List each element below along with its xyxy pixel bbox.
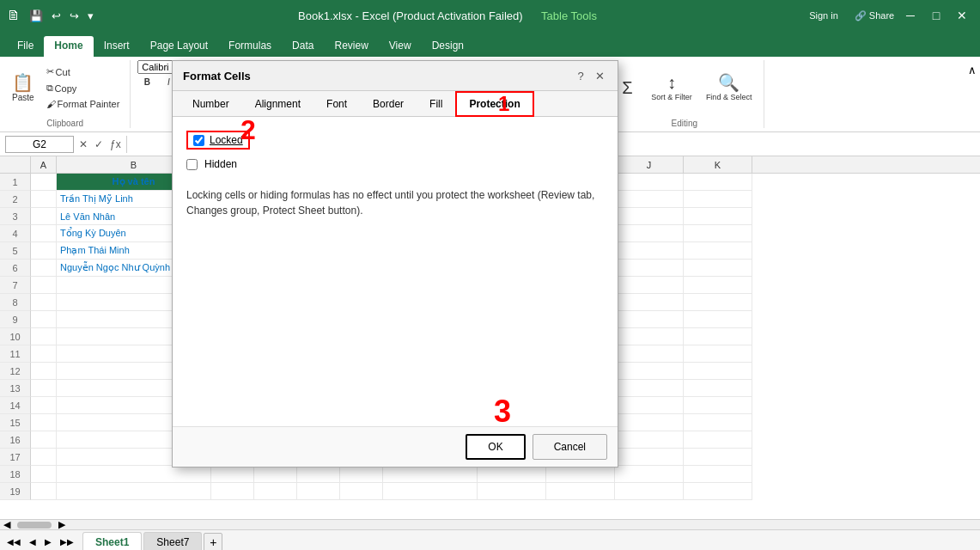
tab-home[interactable]: Home (44, 36, 93, 57)
format-painter-btn[interactable]: 🖌 Format Painter (43, 97, 124, 111)
hidden-label[interactable]: Hidden (204, 158, 237, 170)
locked-label[interactable]: Locked (210, 134, 243, 146)
save-quick-btn[interactable]: 💾 (26, 8, 46, 24)
dialog-tab-number[interactable]: Number (180, 91, 242, 117)
tab-nav-last[interactable]: ▶▶ (57, 535, 77, 548)
tab-nav-first[interactable]: ◀◀ (3, 535, 24, 548)
share-btn[interactable]: 🔗 Share (853, 4, 896, 27)
redo-btn[interactable]: ↪ (66, 8, 82, 24)
dialog-tabs: Number Alignment Font Border Fill Protec… (173, 91, 618, 117)
scroll-right-btn[interactable]: ▶ (55, 519, 69, 530)
row-num-9: 9 (0, 311, 31, 328)
dialog-help-btn[interactable]: ? (573, 68, 588, 83)
sort-filter-btn[interactable]: ↕ Sort & Filter (646, 70, 697, 105)
row-num-15: 15 (0, 414, 31, 431)
tab-view[interactable]: View (379, 36, 422, 57)
collapse-ribbon-btn[interactable]: ∧ (965, 60, 980, 80)
sheet-tab-sheet7[interactable]: Sheet7 (143, 532, 202, 550)
cell-j4[interactable] (615, 225, 684, 242)
copy-btn[interactable]: ⧉ Copy (43, 81, 124, 95)
locked-checkbox[interactable] (193, 135, 204, 146)
row-num-2: 2 (0, 191, 31, 208)
formula-divider (126, 136, 127, 153)
clipboard-label: Clipboard (46, 115, 83, 128)
scroll-left-btn[interactable]: ◀ (0, 519, 14, 530)
col-header-k[interactable]: K (684, 156, 752, 173)
formula-icons: ✕ ✓ ƒx (79, 138, 121, 150)
cancel-button[interactable]: Cancel (533, 434, 607, 460)
dialog-tab-alignment[interactable]: Alignment (242, 91, 313, 117)
cell-k7[interactable] (684, 277, 752, 294)
table-row: 19 (0, 483, 980, 500)
dialog-tab-font[interactable]: Font (313, 91, 360, 117)
cell-j5[interactable] (615, 242, 684, 260)
tab-formulas[interactable]: Formulas (218, 36, 282, 57)
close-btn[interactable]: ✕ (951, 4, 973, 27)
paste-btn[interactable]: 📋 Paste (7, 70, 40, 106)
clipboard-group-content: 📋 Paste ✂ Cut ⧉ Copy 🖌 Format Painter (7, 60, 123, 115)
cell-k4[interactable] (684, 225, 752, 242)
tab-review[interactable]: Review (324, 36, 378, 57)
tab-nav-arrows: ◀◀ ◀ ▶ ▶▶ (3, 535, 77, 548)
ok-button[interactable]: OK (466, 434, 525, 460)
format-painter-icon: 🖌 (46, 99, 56, 109)
paste-label: Paste (12, 93, 34, 102)
find-select-icon: 🔍 (718, 74, 740, 91)
dialog-footer: OK Cancel (173, 426, 618, 467)
cut-btn[interactable]: ✂ Cut (43, 64, 124, 79)
cell-a4[interactable] (31, 225, 57, 242)
col-header-j[interactable]: J (615, 156, 684, 173)
cell-k5[interactable] (684, 242, 752, 260)
dialog-close-btn[interactable]: ✕ (592, 68, 607, 83)
tab-insert[interactable]: Insert (94, 36, 140, 57)
tab-design[interactable]: Design (422, 36, 474, 57)
cell-a3[interactable] (31, 208, 57, 225)
dialog-tab-fill[interactable]: Fill (417, 91, 455, 117)
scroll-thumb[interactable] (17, 522, 52, 529)
tab-nav-next[interactable]: ▶ (41, 535, 55, 548)
cell-a2[interactable] (31, 191, 57, 208)
cell-k3[interactable] (684, 208, 752, 225)
title-bar-center: Book1.xlsx - Excel (Product Activation F… (97, 9, 798, 22)
name-box[interactable] (5, 136, 74, 153)
format-cells-dialog[interactable]: Format Cells ? ✕ Number Alignment Font B… (172, 60, 618, 468)
row-num-14: 14 (0, 397, 31, 414)
insert-function-icon: ƒx (110, 138, 121, 150)
cell-j6[interactable] (615, 260, 684, 277)
tab-data[interactable]: Data (282, 36, 324, 57)
maximize-btn[interactable]: □ (925, 4, 947, 27)
cell-k2[interactable] (684, 191, 752, 208)
customize-qa-btn[interactable]: ▾ (84, 8, 97, 24)
tab-file[interactable]: File (7, 36, 44, 57)
horizontal-scrollbar[interactable]: ◀ ▶ (0, 519, 980, 529)
row-num-18: 18 (0, 466, 31, 483)
find-select-btn[interactable]: 🔍 Find & Select (701, 70, 758, 105)
bold-btn[interactable]: B (137, 76, 156, 89)
minimize-btn[interactable]: ─ (899, 4, 922, 27)
row-num-17: 17 (0, 449, 31, 466)
row-num-1: 1 (0, 174, 31, 191)
cell-j2[interactable] (615, 191, 684, 208)
cell-a1[interactable] (31, 174, 57, 191)
cell-j1[interactable] (615, 174, 684, 191)
cell-j7[interactable] (615, 277, 684, 294)
ribbon-tabs: File Home Insert Page Layout Formulas Da… (0, 31, 980, 57)
sign-in-btn[interactable]: Sign in (798, 4, 849, 27)
cell-a7[interactable] (31, 277, 57, 294)
paste-icon: 📋 (12, 74, 33, 91)
cell-a6[interactable] (31, 260, 57, 277)
sheet-tab-sheet1[interactable]: Sheet1 (82, 532, 142, 550)
undo-btn[interactable]: ↩ (48, 8, 64, 24)
cell-k6[interactable] (684, 260, 752, 277)
tab-nav-prev[interactable]: ◀ (26, 535, 40, 548)
hidden-checkbox[interactable] (186, 159, 198, 170)
tab-page-layout[interactable]: Page Layout (140, 36, 218, 57)
row-num-13: 13 (0, 380, 31, 397)
cell-j3[interactable] (615, 208, 684, 225)
dialog-tab-protection[interactable]: Protection (455, 91, 533, 117)
cell-k1[interactable] (684, 174, 752, 191)
dialog-tab-border[interactable]: Border (360, 91, 417, 117)
add-sheet-btn[interactable]: + (204, 533, 222, 551)
row-num-6: 6 (0, 260, 31, 277)
cell-a5[interactable] (31, 242, 57, 260)
